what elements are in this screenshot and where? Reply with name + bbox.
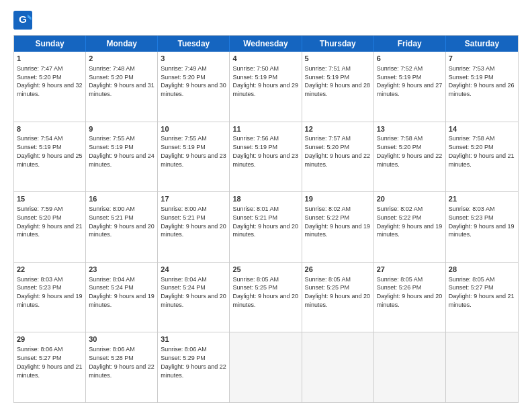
daylight: Daylight: 9 hours and 20 minutes.: [161, 293, 226, 308]
sunset: Sunset: 5:21 PM: [89, 214, 134, 221]
calendar-cell: 28 Sunrise: 8:05 AM Sunset: 5:27 PM Dayl…: [446, 263, 518, 332]
day-number: 28: [449, 265, 515, 275]
calendar-cell: 25 Sunrise: 8:05 AM Sunset: 5:25 PM Dayl…: [230, 263, 302, 332]
sunset: Sunset: 5:28 PM: [89, 355, 134, 361]
sunrise: Sunrise: 7:53 AM: [449, 65, 495, 72]
daylight: Daylight: 9 hours and 20 minutes.: [161, 223, 226, 238]
calendar-cell: 19 Sunrise: 8:02 AM Sunset: 5:22 PM Dayl…: [302, 192, 374, 262]
day-number: 4: [232, 54, 298, 64]
sunrise: Sunrise: 8:05 AM: [377, 276, 423, 283]
calendar-cell: 22 Sunrise: 8:03 AM Sunset: 5:23 PM Dayl…: [14, 263, 86, 332]
sunset: Sunset: 5:19 PM: [161, 144, 206, 150]
day-number: 27: [377, 265, 443, 275]
sunrise: Sunrise: 8:04 AM: [161, 276, 207, 283]
calendar-cell: 3 Sunrise: 7:49 AM Sunset: 5:20 PM Dayli…: [158, 52, 230, 122]
daylight: Daylight: 9 hours and 32 minutes.: [17, 82, 83, 97]
daylight: Daylight: 9 hours and 20 minutes.: [232, 223, 298, 238]
daylight: Daylight: 9 hours and 22 minutes.: [377, 152, 443, 168]
calendar-cell: 6 Sunrise: 7:52 AM Sunset: 5:19 PM Dayli…: [374, 52, 446, 122]
calendar-cell: 18 Sunrise: 8:01 AM Sunset: 5:21 PM Dayl…: [230, 192, 302, 262]
day-number: 20: [377, 194, 443, 204]
day-number: 10: [161, 124, 226, 134]
sunset: Sunset: 5:20 PM: [89, 74, 134, 81]
sunset: Sunset: 5:20 PM: [305, 144, 350, 150]
sunrise: Sunrise: 8:06 AM: [17, 346, 63, 353]
daylight: Daylight: 9 hours and 22 minutes.: [161, 363, 226, 379]
calendar-cell: 17 Sunrise: 8:00 AM Sunset: 5:21 PM Dayl…: [158, 192, 230, 262]
daylight: Daylight: 9 hours and 21 minutes.: [17, 363, 83, 379]
day-number: 11: [232, 124, 298, 134]
day-number: 6: [377, 54, 443, 64]
daylight: Daylight: 9 hours and 20 minutes.: [232, 293, 298, 308]
sunset: Sunset: 5:25 PM: [305, 284, 350, 291]
calendar-cell: 12 Sunrise: 7:57 AM Sunset: 5:20 PM Dayl…: [302, 122, 374, 192]
sunset: Sunset: 5:19 PM: [377, 74, 422, 81]
sunrise: Sunrise: 8:02 AM: [305, 205, 351, 212]
sunrise: Sunrise: 7:50 AM: [232, 65, 279, 72]
calendar-cell: 20 Sunrise: 8:02 AM Sunset: 5:22 PM Dayl…: [374, 192, 446, 262]
calendar-cell: [446, 332, 518, 402]
day-number: 2: [89, 54, 154, 64]
calendar-cell: [374, 332, 446, 402]
calendar-row: 22 Sunrise: 8:03 AM Sunset: 5:23 PM Dayl…: [14, 262, 518, 332]
calendar-row: 8 Sunrise: 7:54 AM Sunset: 5:19 PM Dayli…: [14, 122, 518, 192]
day-number: 31: [161, 334, 226, 345]
day-number: 22: [17, 265, 83, 275]
day-number: 9: [89, 124, 154, 134]
sunrise: Sunrise: 7:59 AM: [17, 205, 63, 212]
calendar-cell: 7 Sunrise: 7:53 AM Sunset: 5:19 PM Dayli…: [446, 52, 518, 122]
weekday-header: Monday: [86, 36, 158, 52]
sunset: Sunset: 5:20 PM: [17, 74, 62, 81]
sunrise: Sunrise: 7:55 AM: [161, 135, 207, 142]
sunset: Sunset: 5:20 PM: [161, 74, 206, 81]
day-number: 15: [17, 194, 83, 204]
sunrise: Sunrise: 7:52 AM: [377, 65, 423, 72]
sunrise: Sunrise: 7:57 AM: [305, 135, 351, 142]
sunset: Sunset: 5:19 PM: [305, 74, 350, 81]
day-number: 16: [89, 194, 154, 204]
daylight: Daylight: 9 hours and 29 minutes.: [232, 82, 298, 97]
calendar-cell: 8 Sunrise: 7:54 AM Sunset: 5:19 PM Dayli…: [14, 122, 86, 192]
page: G SundayMondayTuesdayWednesdayThursdayFr…: [0, 0, 532, 411]
day-number: 3: [161, 54, 226, 64]
calendar-cell: 4 Sunrise: 7:50 AM Sunset: 5:19 PM Dayli…: [230, 52, 302, 122]
calendar-cell: 15 Sunrise: 7:59 AM Sunset: 5:20 PM Dayl…: [14, 192, 86, 262]
calendar-cell: 2 Sunrise: 7:48 AM Sunset: 5:20 PM Dayli…: [86, 52, 158, 122]
sunset: Sunset: 5:20 PM: [449, 144, 494, 150]
sunset: Sunset: 5:27 PM: [449, 284, 494, 291]
sunset: Sunset: 5:19 PM: [449, 74, 494, 81]
daylight: Daylight: 9 hours and 21 minutes.: [449, 293, 515, 308]
sunset: Sunset: 5:20 PM: [377, 144, 422, 150]
day-number: 21: [449, 194, 515, 204]
calendar-cell: 26 Sunrise: 8:05 AM Sunset: 5:25 PM Dayl…: [302, 263, 374, 332]
sunrise: Sunrise: 8:02 AM: [377, 205, 423, 212]
daylight: Daylight: 9 hours and 26 minutes.: [449, 82, 515, 97]
calendar-cell: 21 Sunrise: 8:03 AM Sunset: 5:23 PM Dayl…: [446, 192, 518, 262]
daylight: Daylight: 9 hours and 24 minutes.: [89, 152, 154, 168]
calendar-cell: 1 Sunrise: 7:47 AM Sunset: 5:20 PM Dayli…: [14, 52, 86, 122]
day-number: 24: [161, 265, 226, 275]
calendar-cell: 31 Sunrise: 8:06 AM Sunset: 5:29 PM Dayl…: [158, 332, 230, 402]
daylight: Daylight: 9 hours and 31 minutes.: [89, 82, 154, 97]
sunset: Sunset: 5:21 PM: [232, 214, 277, 221]
weekday-header: Thursday: [302, 36, 374, 52]
daylight: Daylight: 9 hours and 22 minutes.: [89, 363, 154, 379]
daylight: Daylight: 9 hours and 19 minutes.: [305, 223, 371, 238]
header: G: [13, 11, 519, 30]
sunrise: Sunrise: 7:55 AM: [89, 135, 135, 142]
sunrise: Sunrise: 8:05 AM: [305, 276, 351, 283]
sunset: Sunset: 5:21 PM: [161, 214, 206, 221]
sunset: Sunset: 5:24 PM: [89, 284, 134, 291]
sunset: Sunset: 5:25 PM: [232, 284, 277, 291]
daylight: Daylight: 9 hours and 27 minutes.: [377, 82, 443, 97]
sunset: Sunset: 5:19 PM: [17, 144, 62, 150]
daylight: Daylight: 9 hours and 20 minutes.: [89, 223, 154, 238]
sunset: Sunset: 5:19 PM: [89, 144, 134, 150]
day-number: 25: [232, 265, 298, 275]
sunrise: Sunrise: 8:05 AM: [449, 276, 495, 283]
daylight: Daylight: 9 hours and 19 minutes.: [449, 223, 515, 238]
weekday-header: Friday: [374, 36, 446, 52]
calendar-cell: 5 Sunrise: 7:51 AM Sunset: 5:19 PM Dayli…: [302, 52, 374, 122]
weekday-header: Tuesday: [158, 36, 230, 52]
day-number: 7: [449, 54, 515, 64]
